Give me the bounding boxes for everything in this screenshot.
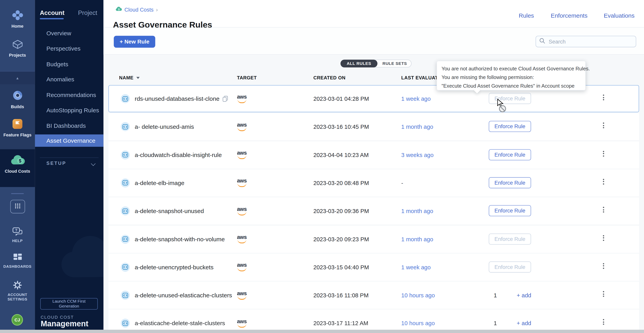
created-on-cell: 2023-04-04 10:23 AM — [313, 141, 368, 168]
kebab-menu-button[interactable] — [600, 95, 606, 103]
new-rule-button[interactable]: + New Rule — [114, 36, 155, 48]
last-evaluation-cell[interactable]: 3 weeks ago — [401, 141, 434, 168]
sidebar-item-recommendations[interactable]: Recommendations — [46, 92, 96, 98]
last-evaluation-cell[interactable]: 1 month ago — [401, 113, 433, 140]
breadcrumb-cloud-icon: $ — [115, 6, 122, 13]
dashboards-icon — [13, 256, 22, 263]
kebab-menu-button[interactable] — [600, 123, 606, 131]
aws-logo-text: aws — [237, 235, 247, 239]
rule-name: a- delete-unused-amis — [135, 124, 194, 130]
apps-grid-button[interactable] — [10, 200, 25, 213]
sidebar-item-asset-governance[interactable]: Asset Governance — [35, 134, 104, 147]
aws-logo-text: aws — [237, 179, 247, 183]
table-row[interactable]: a-delete-unused-elasticache-clusters aws… — [108, 282, 639, 309]
kebab-menu-button[interactable] — [600, 179, 606, 187]
copy-icon[interactable] — [223, 96, 228, 102]
rule-icon — [121, 319, 130, 328]
projects-cube-icon — [12, 44, 23, 51]
table-row[interactable]: a-delete-snapshot-with-no-volume aws 202… — [108, 226, 639, 253]
aws-smile-icon — [237, 323, 246, 328]
search-icon — [539, 38, 545, 45]
enforce-rule-button[interactable]: Enforce Rule — [489, 93, 531, 104]
harness-app: Home Projects ▲ Builds Feature Flags — [0, 0, 644, 333]
target-cell: aws — [237, 254, 247, 281]
enforce-rule-button[interactable]: Enforce Rule — [489, 205, 531, 216]
kebab-menu-button[interactable] — [600, 151, 606, 159]
aws-smile-icon — [237, 211, 246, 215]
rail-item-builds[interactable]: Builds — [0, 90, 35, 109]
nav-link-enforcements[interactable]: Enforcements — [551, 12, 588, 19]
last-evaluation-cell[interactable]: 10 hours ago — [401, 282, 435, 309]
kebab-menu-button[interactable] — [600, 319, 606, 327]
cloud-costs-breadcrumb-link[interactable]: Cloud Costs — [124, 7, 154, 13]
nav-link-evaluations[interactable]: Evaluations — [604, 12, 634, 19]
sidebar-item-anomalies[interactable]: Anomalies — [46, 76, 74, 83]
last-evaluation-cell[interactable]: 1 week ago — [401, 254, 430, 281]
created-on-cell: 2023-03-15 04:40 PM — [313, 254, 369, 281]
rail-item-home[interactable]: Home — [0, 10, 35, 28]
rule-name: a-delete-snapshot-unused — [135, 208, 204, 214]
enforce-rule-button[interactable]: Enforce Rule — [489, 261, 531, 273]
enforce-rule-button[interactable]: Enforce Rule — [489, 149, 531, 160]
rail-label-cloud-costs: Cloud Costs — [0, 169, 35, 173]
rail-item-cloud-costs[interactable]: $ Cloud Costs — [0, 149, 35, 187]
target-cell: aws — [237, 141, 247, 168]
tab-rule-sets[interactable]: RULE SETS — [379, 60, 411, 67]
rail-item-account-settings[interactable]: ACCOUNT SETTINGS — [0, 280, 35, 302]
search-input[interactable] — [548, 38, 632, 45]
table-row[interactable]: a-delete-elb-image aws 2023-03-20 08:48 … — [108, 169, 639, 196]
rail-label-feature-flags: Feature Flags — [0, 132, 35, 137]
launch-ccm-button[interactable]: Launch CCM First Generation — [40, 298, 98, 310]
add-enforcement-link[interactable]: + add — [517, 310, 531, 333]
sidebar-item-autostopping-rules[interactable]: AutoStopping Rules — [46, 107, 99, 114]
table-row[interactable]: a-elasticache-delete-stale-clusters aws … — [108, 310, 639, 333]
created-on-cell: 2023-03-20 09:36 PM — [313, 197, 369, 224]
table-row[interactable]: a-cloudwatch-disable-insight-rule aws 20… — [108, 141, 639, 168]
last-evaluation-cell[interactable]: 1 month ago — [401, 226, 433, 253]
rail-label-home: Home — [0, 24, 35, 29]
search-box[interactable] — [536, 36, 636, 47]
avatar[interactable]: CJ — [12, 314, 23, 326]
aws-logo-text: aws — [237, 291, 247, 295]
sidebar-item-label: Asset Governance — [46, 137, 95, 144]
table-row[interactable]: a-delete-unencrypted-buckets aws 2023-03… — [108, 254, 639, 281]
tab-account[interactable]: Account — [40, 9, 64, 16]
add-enforcement-link[interactable]: + add — [517, 282, 531, 309]
setup-section-toggle[interactable]: SETUP — [35, 160, 104, 169]
enforce-rule-button[interactable]: Enforce Rule — [489, 121, 531, 132]
table-row[interactable]: a-delete-snapshot-unused aws 2023-03-20 … — [108, 197, 639, 224]
setup-label: SETUP — [46, 161, 66, 166]
kebab-menu-button[interactable] — [600, 263, 606, 271]
aws-smile-icon — [237, 239, 246, 243]
rail-item-dashboards[interactable]: DASHBOARDS — [0, 253, 35, 269]
sidebar-item-perspectives[interactable]: Perspectives — [46, 45, 80, 52]
nav-link-rules[interactable]: Rules — [519, 12, 534, 19]
sidebar-item-overview[interactable]: Overview — [46, 30, 71, 37]
bottom-bar — [0, 330, 644, 333]
col-name[interactable]: NAME — [119, 75, 140, 80]
enforce-rule-button[interactable]: Enforce Rule — [489, 177, 531, 188]
rail-item-help[interactable]: ? HELP — [0, 227, 35, 243]
last-evaluation-cell[interactable]: 1 month ago — [401, 197, 433, 224]
brand-management: Management — [41, 319, 88, 328]
tab-all-rules[interactable]: ALL RULES — [340, 60, 378, 67]
aws-logo: aws — [237, 263, 247, 271]
permission-tooltip: You are not authorized to execute Cloud … — [437, 61, 586, 90]
last-evaluation-cell[interactable]: 1 week ago — [401, 85, 430, 112]
kebab-menu-button[interactable] — [600, 235, 606, 243]
rule-icon — [121, 291, 130, 300]
kebab-menu-button[interactable] — [600, 207, 606, 215]
harness-logo-icon — [12, 15, 23, 22]
tab-project[interactable]: Project — [78, 9, 97, 16]
chevron-down-icon — [91, 161, 96, 166]
sidebar-item-budgets[interactable]: Budgets — [46, 61, 68, 67]
rail-collapse-toggle[interactable]: ▲ — [0, 71, 35, 85]
last-evaluation-cell[interactable]: 10 hours ago — [401, 310, 435, 333]
rail-item-projects[interactable]: Projects — [0, 39, 35, 58]
sidebar-item-bi-dashboards[interactable]: BI Dashboards — [46, 123, 86, 129]
kebab-menu-button[interactable] — [600, 291, 606, 299]
table-row[interactable]: a- delete-unused-amis aws 2023-03-16 10:… — [108, 113, 639, 140]
rail-item-feature-flags[interactable]: Feature Flags — [0, 118, 35, 137]
enforce-rule-button[interactable]: Enforce Rule — [489, 233, 531, 244]
target-cell: aws — [237, 85, 247, 112]
